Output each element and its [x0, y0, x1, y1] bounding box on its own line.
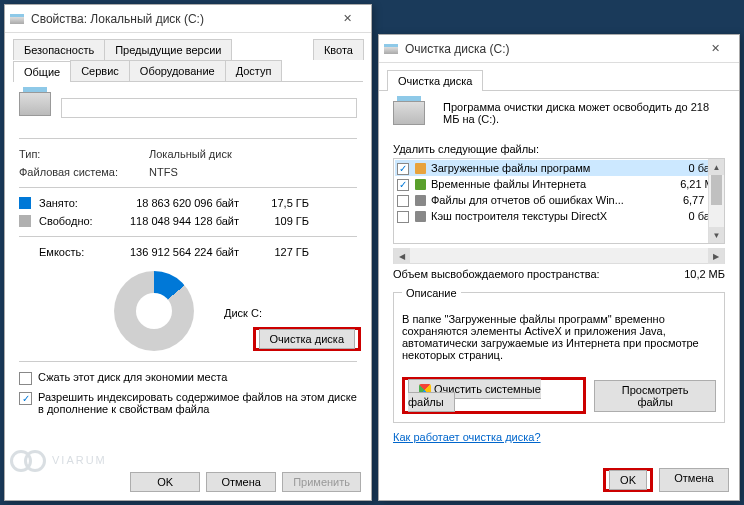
dialog-buttons: OK Отмена [603, 468, 729, 492]
view-files-button[interactable]: Просмотреть файлы [594, 380, 716, 412]
tab-general[interactable]: Общие [13, 61, 71, 82]
cancel-button[interactable]: Отмена [659, 468, 729, 492]
cancel-button[interactable]: Отмена [206, 472, 276, 492]
file-checkbox[interactable] [397, 195, 409, 207]
type-label: Тип: [19, 148, 149, 160]
drive-icon [9, 11, 25, 27]
total-value: 10,2 МБ [684, 268, 725, 280]
description-fieldset: Описание В папке "Загруженные файлы прог… [393, 292, 725, 423]
file-row[interactable]: Загруженные файлы программ0 байт [395, 160, 723, 176]
used-bytes: 18 863 620 096 байт [109, 197, 259, 209]
type-value: Локальный диск [149, 148, 232, 160]
fs-value: NTFS [149, 166, 178, 178]
disk-label: Диск C: [224, 307, 262, 319]
cleanup-window: Очистка диска (C:) ✕ Очистка диска Прогр… [378, 34, 740, 501]
index-checkbox[interactable] [19, 392, 32, 405]
cleanup-content: Программа очистки диска может освободить… [379, 91, 739, 459]
window-title: Очистка диска (C:) [405, 42, 695, 56]
scroll-thumb[interactable] [711, 175, 722, 205]
file-name: Файлы для отчетов об ошибках Win... [431, 194, 662, 206]
titlebar[interactable]: Свойства: Локальный диск (C:) ✕ [5, 5, 371, 33]
compress-label: Сжать этот диск для экономии места [38, 371, 227, 383]
tab-access[interactable]: Доступ [225, 60, 283, 81]
apply-button[interactable]: Применить [282, 472, 361, 492]
file-row[interactable]: Временные файлы Интернета6,21 МБ [395, 176, 723, 192]
file-icon [413, 193, 427, 207]
free-bytes: 118 048 944 128 байт [109, 215, 259, 227]
file-list[interactable]: Загруженные файлы программ0 байтВременны… [393, 158, 725, 244]
scrollbar-vertical[interactable]: ▲ ▼ [708, 159, 724, 243]
window-title: Свойства: Локальный диск (C:) [31, 12, 327, 26]
scroll-left-icon[interactable]: ◀ [394, 248, 410, 264]
file-icon [413, 177, 427, 191]
tab-service[interactable]: Сервис [70, 60, 130, 81]
drive-icon-large [393, 101, 425, 133]
description-text: В папке "Загруженные файлы программ" вре… [402, 313, 716, 365]
file-name: Временные файлы Интернета [431, 178, 662, 190]
watermark: VIARUM [10, 450, 107, 470]
file-name: Загруженные файлы программ [431, 162, 662, 174]
file-icon [413, 161, 427, 175]
file-row[interactable]: Файлы для отчетов об ошибках Win...6,77 … [395, 192, 723, 208]
file-row[interactable]: Кэш построителя текстуры DirectX0 байт [395, 208, 723, 224]
cap-bytes: 136 912 564 224 байт [109, 246, 259, 258]
total-label: Объем высвобождаемого пространства: [393, 268, 600, 280]
free-gb: 109 ГБ [259, 215, 309, 227]
drive-name-input[interactable] [61, 98, 357, 118]
cleanup-button[interactable]: Очистка диска [259, 329, 355, 349]
drive-icon-large [19, 92, 51, 124]
ok-button[interactable]: OK [609, 470, 647, 490]
file-checkbox[interactable] [397, 211, 409, 223]
close-icon[interactable]: ✕ [695, 36, 735, 62]
scroll-up-icon[interactable]: ▲ [709, 159, 724, 175]
scrollbar-horizontal[interactable]: ◀ ▶ [393, 248, 725, 264]
close-icon[interactable]: ✕ [327, 6, 367, 32]
dialog-buttons: OK Отмена Применить [130, 472, 361, 492]
tab-hardware[interactable]: Оборудование [129, 60, 226, 81]
delete-files-label: Удалить следующие файлы: [393, 143, 725, 155]
watermark-icon [10, 450, 46, 470]
index-label: Разрешить индексировать содержимое файло… [38, 391, 357, 415]
description-title: Описание [402, 287, 461, 299]
ok-button[interactable]: OK [130, 472, 200, 492]
cap-gb: 127 ГБ [259, 246, 309, 258]
file-icon [413, 209, 427, 223]
scroll-right-icon[interactable]: ▶ [708, 248, 724, 264]
used-label: Занято: [39, 197, 109, 209]
tab-cleanup[interactable]: Очистка диска [387, 70, 483, 91]
free-label: Свободно: [39, 215, 109, 227]
fs-label: Файловая система: [19, 166, 149, 178]
clean-system-files-button[interactable]: Очистить системные файлы [408, 379, 541, 412]
cap-label: Емкость: [39, 246, 109, 258]
free-color-icon [19, 215, 31, 227]
file-checkbox[interactable] [397, 163, 409, 175]
properties-window: Свойства: Локальный диск (C:) ✕ Безопасн… [4, 4, 372, 501]
scroll-down-icon[interactable]: ▼ [709, 227, 724, 243]
tab-security[interactable]: Безопасность [13, 39, 105, 60]
file-name: Кэш построителя текстуры DirectX [431, 210, 662, 222]
usage-donut-icon [114, 271, 194, 351]
how-it-works-link[interactable]: Как работает очистка диска? [393, 431, 541, 443]
titlebar[interactable]: Очистка диска (C:) ✕ [379, 35, 739, 63]
shield-icon [419, 384, 431, 396]
tab-quota[interactable]: Квота [313, 39, 364, 60]
properties-content: Тип:Локальный диск Файловая система:NTFS… [5, 82, 371, 428]
compress-checkbox[interactable] [19, 372, 32, 385]
drive-icon [383, 41, 399, 57]
file-checkbox[interactable] [397, 179, 409, 191]
used-color-icon [19, 197, 31, 209]
tab-prev-versions[interactable]: Предыдущие версии [104, 39, 232, 60]
cleanup-desc-text: Программа очистки диска может освободить… [443, 101, 725, 133]
used-gb: 17,5 ГБ [259, 197, 309, 209]
